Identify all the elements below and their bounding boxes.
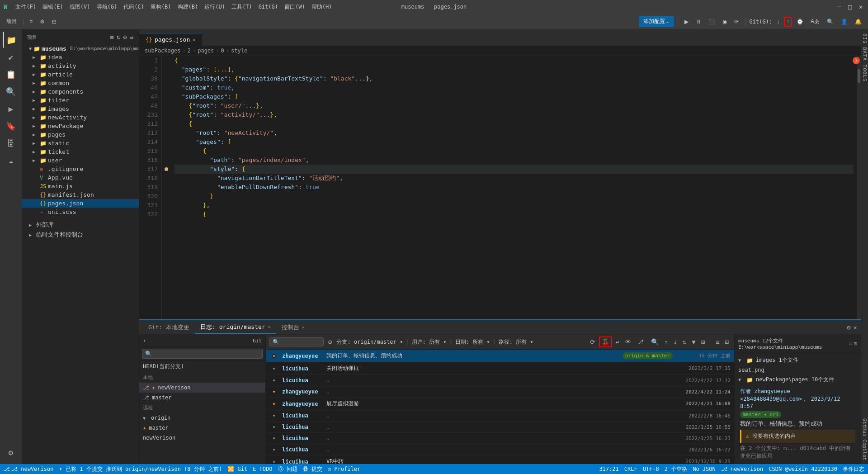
git-remote-newverison[interactable]: newVerison xyxy=(139,433,265,443)
git-detail-equalize-icon[interactable]: ≡ xyxy=(849,341,852,347)
tree-activity[interactable]: ▶📁activity xyxy=(22,62,139,70)
menu-help[interactable]: 帮助(H) xyxy=(309,2,335,12)
bottom-close-icon[interactable]: ✕ xyxy=(854,324,857,331)
sidebar-sort-icon[interactable]: ⇅ xyxy=(117,33,120,41)
menu-code[interactable]: 代码(C) xyxy=(121,2,147,12)
code-content[interactable]: { "pages": [...], "globalStyle": {"navig… xyxy=(171,56,857,319)
git-branch-action-icon[interactable]: ⎇ xyxy=(635,337,646,346)
menu-edit[interactable]: 编辑(E) xyxy=(40,2,66,12)
tree-pagesjson[interactable]: {}pages.json xyxy=(22,199,139,208)
tab-git-log[interactable]: 日志: origin/master ✕ xyxy=(195,321,276,334)
activity-settings[interactable]: ⚙ xyxy=(3,444,19,460)
menu-view[interactable]: 视图(V) xyxy=(67,2,93,12)
git-cherry-pick-icon[interactable]: 🍒 xyxy=(599,337,612,347)
toolbar-coverage[interactable]: ◉ xyxy=(720,17,730,26)
toolbar-avatar[interactable]: 👤 xyxy=(838,17,850,26)
tree-components[interactable]: ▶📁components xyxy=(22,87,139,96)
git-remote-master[interactable]: ★ master xyxy=(139,423,265,433)
toolbar-notifications[interactable]: 🔔 xyxy=(852,17,864,26)
activity-commit[interactable]: ✔ xyxy=(3,49,19,65)
git-filter2-icon[interactable]: ▼ xyxy=(690,337,697,346)
tree-ticket[interactable]: ▶📁ticket xyxy=(22,147,139,156)
git-history[interactable]: ⌚ xyxy=(794,17,806,26)
git-search2-icon[interactable]: 🔍 xyxy=(649,337,660,346)
breadcrumb-segment-3[interactable]: 0 xyxy=(221,47,224,54)
tab-console[interactable]: 控制台 ✕ xyxy=(276,322,310,333)
git-commit-row-5[interactable]: licuihua . 2022/2/8 16:46 xyxy=(266,410,734,422)
toolbar-equalize[interactable]: ≡ xyxy=(27,17,35,26)
git-commit-row-4[interactable]: zhangyueyue 展厅虚拟漫游 2022/4/21 16:08 xyxy=(266,398,734,410)
editor-scrollbar[interactable]: 3 xyxy=(857,56,861,319)
tree-uniscss[interactable]: ~uni.scss xyxy=(22,208,139,216)
breadcrumb-segment-1[interactable]: 2 xyxy=(188,47,191,54)
status-spaces[interactable]: 2 个空格 xyxy=(665,465,687,473)
status-git-icon[interactable]: 🔀 Git xyxy=(227,466,247,472)
tree-filter[interactable]: ▶📁filter xyxy=(22,96,139,104)
tree-pages[interactable]: ▶📁pages xyxy=(22,130,139,139)
tree-newactivity[interactable]: ▶📁newActivity xyxy=(22,113,139,122)
tree-images[interactable]: ▶📁images xyxy=(22,104,139,113)
git-equalize-icon[interactable]: ≡ xyxy=(714,337,721,346)
git-filter-user[interactable]: 用户: 所有 ▾ xyxy=(412,338,447,346)
toolbar-debug[interactable]: ⏸ xyxy=(693,17,704,26)
tree-gitignore[interactable]: ⚙.gitignore xyxy=(22,165,139,173)
tab-git-local[interactable]: Git: 本地变更 xyxy=(143,322,195,333)
git-commit-row-8[interactable]: licuihua . 2022/1/6 16:22 xyxy=(266,444,734,455)
bottom-settings-icon[interactable]: ⚙ xyxy=(847,324,850,331)
sidebar-collapse-icon[interactable]: ⊟ xyxy=(130,33,133,41)
git-detail-expand-icon[interactable]: ⊡ xyxy=(854,341,857,347)
menu-file[interactable]: 文件(F) xyxy=(13,2,39,12)
status-csdn[interactable]: CSDN @weixin_42220130 xyxy=(769,466,837,472)
status-json[interactable]: No JSON xyxy=(693,466,716,472)
git-commit-row-2[interactable]: licuihua . 2022/4/22 17:12 xyxy=(266,375,734,386)
status-line-ending[interactable]: CRLF xyxy=(624,466,637,472)
activity-run[interactable]: ▶ xyxy=(3,100,19,117)
tree-idea[interactable]: ▶📁idea xyxy=(22,53,139,62)
git-update[interactable]: ↓ xyxy=(774,17,782,26)
git-file-images-folder[interactable]: ▼ 📁 images 1个文件 xyxy=(735,355,861,365)
status-encoding[interactable]: UTF-8 xyxy=(643,466,659,472)
tree-newpackage[interactable]: ▶📁newPackage xyxy=(22,122,139,130)
tree-root-museums[interactable]: ▼ 📁 museums E:\workspace\miniapp\museums xyxy=(22,44,139,53)
status-commits[interactable]: 叠 提交 xyxy=(303,465,322,473)
git-branch-master[interactable]: ⎇ master xyxy=(139,393,265,403)
tree-manifestjson[interactable]: {}manifest.json xyxy=(22,190,139,199)
sidebar-equalize-icon[interactable]: ≡ xyxy=(110,33,113,41)
activity-project[interactable]: 📁 xyxy=(3,32,19,48)
git-commit-row-1[interactable]: licuihua 关闭活动弹框 2023/3/2 17:15 xyxy=(266,362,734,375)
git-file-seatpng[interactable]: seat.png xyxy=(735,365,861,374)
toolbar-stop[interactable]: ⬛ xyxy=(706,17,718,26)
git-translate[interactable]: Aあ xyxy=(808,16,822,27)
git-filter-path[interactable]: 路径: 所有 ▾ xyxy=(499,338,533,346)
menu-refactor[interactable]: 重构(B) xyxy=(148,2,174,12)
git-file-newpackage-folder[interactable]: ▼ 📁 newPackage\pages 10个文件 xyxy=(735,374,861,384)
git-filter-branch[interactable]: 分支: origin/master ▾ xyxy=(336,338,403,346)
status-profiler[interactable]: ◎ Profiler xyxy=(328,466,360,472)
toolbar-collapse[interactable]: ⊟ xyxy=(49,17,59,26)
git-search[interactable]: 🔍 xyxy=(824,17,836,26)
activity-aws[interactable]: ☁ xyxy=(3,152,19,168)
git-next-icon[interactable]: ↓ xyxy=(671,337,679,346)
git-remote-origin[interactable]: ▼ origin xyxy=(139,413,265,423)
git-branch-newverison[interactable]: ⎇ ★ newVerison xyxy=(139,383,265,393)
minimize-button[interactable]: ─ xyxy=(835,3,843,10)
tab-close-button[interactable]: ✕ xyxy=(193,37,195,42)
project-dropdown[interactable]: 项目 xyxy=(4,16,20,27)
breadcrumb-segment-2[interactable]: pages xyxy=(198,47,214,54)
status-todo[interactable]: E TODO xyxy=(253,466,272,472)
toolbar-run[interactable]: ▶ xyxy=(682,17,691,26)
git-commit-row-6[interactable]: licuihua . 2022/1/25 16:55 xyxy=(266,422,734,433)
breadcrumb-segment-0[interactable]: subPackages xyxy=(145,47,180,54)
maximize-button[interactable]: □ xyxy=(846,3,854,10)
tree-scratch-files[interactable]: ▶临时文件和控制台 xyxy=(22,230,139,240)
tab-git-log-close[interactable]: ✕ xyxy=(268,324,271,329)
close-button[interactable]: ✕ xyxy=(857,3,864,10)
activity-todo[interactable]: 📋 xyxy=(3,66,19,82)
tree-static[interactable]: ▶📁static xyxy=(22,139,139,147)
toolbar-settings[interactable]: ⚙ xyxy=(37,17,47,26)
activity-search[interactable]: 🔍 xyxy=(3,83,19,100)
menu-window[interactable]: 窗口(W) xyxy=(282,2,308,12)
git-commit-search-input[interactable] xyxy=(269,337,324,346)
status-git-branch[interactable]: ⎇ ⎇ newVerison xyxy=(4,466,53,472)
menu-tools[interactable]: 工具(T) xyxy=(229,2,255,12)
